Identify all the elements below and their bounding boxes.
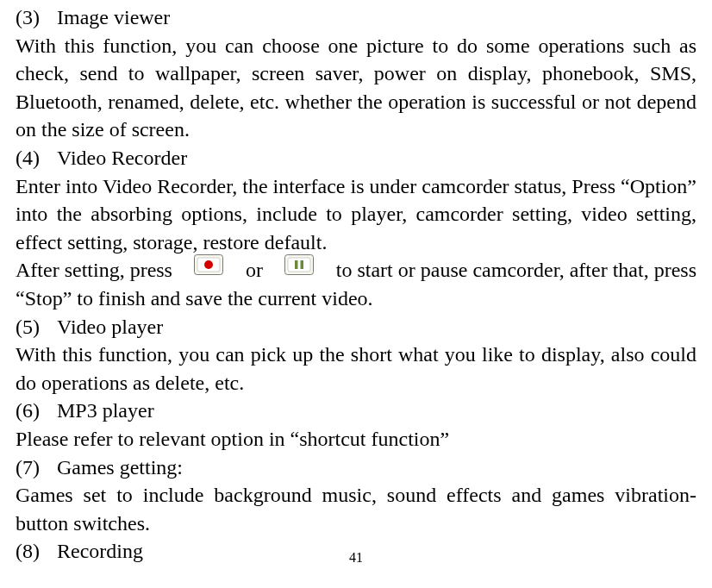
section-4-body-1: Enter into Video Recorder, the interface… bbox=[16, 172, 696, 257]
section-7-body: Games set to include background music, s… bbox=[16, 481, 696, 537]
svg-point-2 bbox=[204, 260, 213, 269]
section-6-heading: (6)MP3 player bbox=[16, 397, 696, 425]
after-setting-text-a: After setting, press bbox=[16, 256, 172, 285]
document-page: (3)Image viewer With this function, you … bbox=[0, 0, 712, 588]
record-button-icon bbox=[194, 254, 223, 283]
pause-button-icon bbox=[284, 254, 314, 283]
section-6-body: Please refer to relevant option in “shor… bbox=[16, 425, 696, 454]
section-7-number: (7) bbox=[16, 454, 57, 482]
section-4-body-2a-line: After setting, press or to start or paus… bbox=[16, 256, 696, 285]
after-setting-text-b: or bbox=[246, 256, 263, 285]
section-7-heading: (7)Games getting: bbox=[16, 454, 696, 482]
section-5-title: Video player bbox=[57, 316, 163, 338]
section-3-body: With this function, you can choose one p… bbox=[16, 32, 696, 144]
section-5-body: With this function, you can pick up the … bbox=[16, 341, 696, 397]
section-6-number: (6) bbox=[16, 397, 57, 425]
section-3-heading: (3)Image viewer bbox=[16, 3, 696, 32]
section-4-title: Video Recorder bbox=[57, 147, 187, 169]
section-4-number: (4) bbox=[16, 144, 57, 172]
section-3-number: (3) bbox=[16, 3, 57, 32]
svg-rect-5 bbox=[295, 260, 298, 269]
section-7-title: Games getting: bbox=[57, 456, 183, 479]
section-4-body-2d: “Stop” to finish and save the current vi… bbox=[16, 285, 696, 313]
svg-rect-4 bbox=[288, 258, 310, 272]
svg-rect-6 bbox=[301, 260, 304, 269]
page-number: 41 bbox=[0, 544, 712, 572]
after-setting-text-c: to start or pause camcorder, after that,… bbox=[336, 256, 696, 285]
section-5-number: (5) bbox=[16, 313, 57, 341]
section-5-heading: (5)Video player bbox=[16, 313, 696, 341]
section-4-heading: (4)Video Recorder bbox=[16, 144, 696, 172]
section-6-title: MP3 player bbox=[57, 399, 154, 422]
section-3-title: Image viewer bbox=[57, 6, 170, 28]
